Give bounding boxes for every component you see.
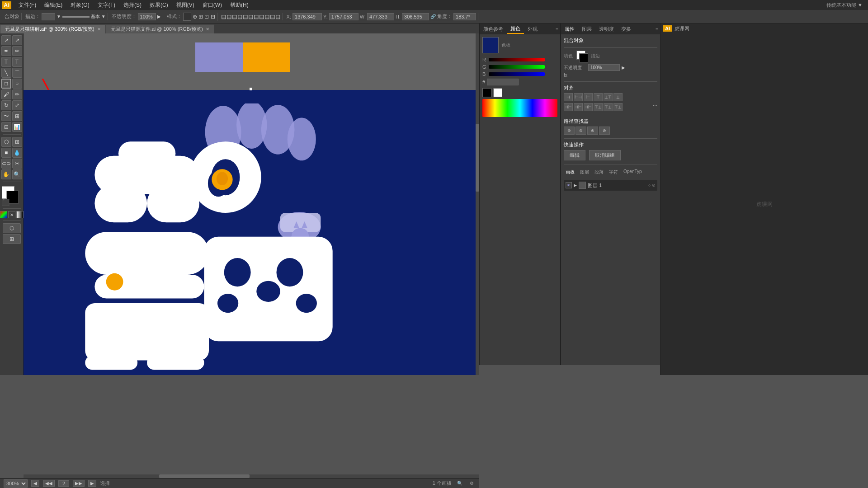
menu-text[interactable]: 文字(T): [94, 0, 119, 10]
zoom-tool[interactable]: 🔍: [12, 169, 22, 179]
blue-canvas[interactable]: [24, 90, 478, 375]
bottom-tab-char[interactable]: 字符: [607, 168, 620, 176]
bottom-tab-artboard[interactable]: 画板: [564, 168, 576, 176]
direct-selection-tool[interactable]: ↗: [12, 35, 22, 45]
color-tab[interactable]: 颜色: [507, 24, 524, 34]
status-search-icon[interactable]: 🔍: [455, 481, 464, 486]
dist-v[interactable]: ⊤⊥: [594, 103, 603, 111]
appearance-tab[interactable]: 外观: [524, 25, 541, 33]
opacity-expand-icon[interactable]: ▶: [622, 65, 625, 70]
r-slider[interactable]: [489, 58, 545, 61]
cancel-btn[interactable]: 取消编组: [589, 150, 621, 160]
scissors-tool[interactable]: ✂: [12, 159, 22, 169]
line-tool[interactable]: ╲: [1, 68, 11, 78]
dist-h[interactable]: ⊣⊢: [564, 103, 573, 111]
menu-help[interactable]: 帮助(H): [226, 0, 252, 10]
prop-tab-transform[interactable]: 变换: [618, 25, 635, 33]
pen-tool[interactable]: ✒: [1, 46, 11, 56]
black-swatch[interactable]: [482, 88, 491, 97]
more-align-icon[interactable]: ⋯: [653, 103, 657, 111]
align-bottom[interactable]: ⊥: [613, 93, 623, 101]
curvature-tool[interactable]: ✏: [12, 46, 22, 56]
prop-tab-layers[interactable]: 图层: [578, 25, 595, 33]
menu-file[interactable]: 文件(F): [15, 0, 40, 10]
artboard-tool[interactable]: ⬡: [3, 223, 21, 233]
prop-tab-transparency[interactable]: 透明度: [595, 25, 618, 33]
pencil-tool[interactable]: ✏: [12, 89, 22, 99]
rectangle-tool[interactable]: □: [1, 79, 11, 89]
free-transform-tool[interactable]: ⊞: [12, 111, 22, 121]
color-mode-btn[interactable]: [0, 211, 7, 218]
align-top[interactable]: ⊤: [594, 93, 603, 101]
doc-tab-1[interactable]: 元旦是只猫源文件.ai @ 100% (RGB/预览) ✕: [106, 24, 214, 33]
ellipse-tool[interactable]: ○: [12, 79, 22, 89]
status-settings-icon[interactable]: ⚙: [468, 481, 476, 486]
last-page-btn[interactable]: ▶: [88, 480, 96, 487]
bottom-tab-opentyp[interactable]: OpenTyp: [622, 168, 644, 176]
next-page-btn[interactable]: ▶▶: [73, 480, 85, 487]
doc-tab-0[interactable]: 元旦是只猫讲解.ai* @ 300% (RGB/预览) ✕: [0, 24, 106, 33]
gradient-tool[interactable]: ■: [1, 148, 11, 158]
current-color-preview[interactable]: [482, 37, 499, 53]
live-paint-tool[interactable]: ⬡: [1, 137, 11, 147]
stroke-input[interactable]: [42, 13, 55, 20]
dist-v2[interactable]: ⊤⊥: [604, 103, 613, 111]
white-swatch[interactable]: [493, 88, 502, 97]
opacity-input[interactable]: 100%: [138, 13, 156, 20]
edit-btn[interactable]: 编辑: [564, 150, 585, 160]
prev-page-btn[interactable]: ◀: [31, 480, 39, 487]
h-scroll-thumb[interactable]: [159, 474, 250, 478]
prop-panel-menu-icon[interactable]: ≡: [654, 27, 660, 32]
arc-tool[interactable]: ⌒: [12, 68, 22, 78]
align-left[interactable]: ⊣: [564, 93, 573, 101]
graph-tool[interactable]: 📊: [12, 122, 22, 132]
none-fill-btn[interactable]: ✕: [8, 211, 15, 218]
opacity-prop-input[interactable]: 100%: [588, 64, 620, 71]
warp-tool[interactable]: 〜: [1, 111, 11, 121]
gradient-fill-btn[interactable]: [16, 211, 24, 218]
hex-input[interactable]: [487, 79, 519, 85]
v-scroll-thumb[interactable]: [476, 124, 479, 192]
menu-window[interactable]: 窗口(W): [199, 0, 226, 10]
menu-edit[interactable]: 编辑(E): [41, 0, 66, 10]
page-input[interactable]: [58, 480, 69, 487]
selection-tool[interactable]: ↗: [1, 35, 11, 45]
pf-exclude[interactable]: ⊘: [599, 127, 610, 135]
color-ref-tab[interactable]: 颜色参考: [480, 25, 507, 33]
purple-swatch[interactable]: [195, 42, 243, 72]
angle-input[interactable]: 183.7°: [453, 13, 476, 20]
eyedropper-tool[interactable]: 💧: [12, 148, 22, 158]
first-page-btn[interactable]: ◀◀: [43, 480, 55, 487]
bottom-tab-layers[interactable]: 图层: [578, 168, 591, 176]
menu-effect[interactable]: 效果(C): [146, 0, 172, 10]
layer-options-icon[interactable]: ○ ⊙: [648, 183, 656, 188]
g-slider[interactable]: [489, 65, 545, 69]
pf-intersect[interactable]: ⊗: [587, 127, 598, 135]
workspace-selector[interactable]: 传统基本功能 ▼: [826, 2, 866, 9]
paintbrush-tool[interactable]: 🖌: [1, 89, 11, 99]
panel-menu-icon[interactable]: ≡: [554, 27, 560, 32]
pf-minus[interactable]: ⊖: [576, 127, 586, 135]
doc-tab-close-0[interactable]: ✕: [97, 27, 101, 32]
align-center-h[interactable]: ⊢⊣: [574, 93, 583, 101]
v-scrollbar[interactable]: [476, 33, 479, 375]
more-pf-icon[interactable]: ⋯: [653, 127, 657, 135]
align-right[interactable]: ⊢: [584, 93, 593, 101]
scale-tool[interactable]: ⤢: [12, 100, 22, 110]
rotate-tool[interactable]: ↻: [1, 100, 11, 110]
pf-unite[interactable]: ⊕: [564, 127, 575, 135]
stroke-color-swatch[interactable]: [579, 53, 588, 62]
h-scrollbar[interactable]: [24, 474, 479, 478]
menu-object[interactable]: 对象(O): [67, 0, 93, 10]
type-tool[interactable]: T: [1, 57, 11, 67]
menu-select[interactable]: 选择(S): [120, 0, 145, 10]
prop-tab-properties[interactable]: 属性: [561, 25, 578, 33]
orange-swatch[interactable]: [243, 42, 290, 72]
shape-builder-tool[interactable]: ⊟: [1, 122, 11, 132]
touch-type-tool[interactable]: T: [12, 57, 22, 67]
mesh-tool[interactable]: ⊞: [12, 137, 22, 147]
layer-visibility-eye[interactable]: 👁: [566, 182, 572, 188]
dist-h2[interactable]: ⊣⊢: [574, 103, 583, 111]
dist-h3[interactable]: ⊣⊢: [584, 103, 593, 111]
b-slider[interactable]: [489, 72, 545, 76]
